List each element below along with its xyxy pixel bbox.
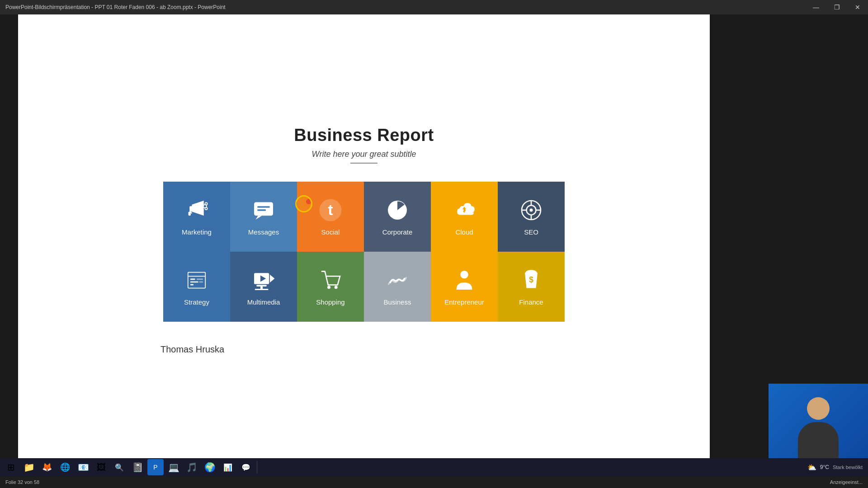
tile-entrepreneur[interactable]: Entrepreneur <box>431 252 498 322</box>
taskbar-app4[interactable]: 🌍 <box>202 459 218 475</box>
svg-text:$: $ <box>529 275 533 284</box>
slide-subtitle: Write here your great subtitle <box>311 150 416 159</box>
svg-text:t: t <box>328 201 333 218</box>
svg-marker-7 <box>256 216 262 220</box>
tray-temp: 9°C <box>820 464 829 470</box>
taskbar-photos[interactable]: 🖼 <box>93 459 109 475</box>
slide-info: Folie 32 von 58 <box>5 479 39 485</box>
svg-rect-2 <box>189 211 191 216</box>
tile-business[interactable]: Business <box>364 252 431 322</box>
cloud-icon <box>452 197 477 223</box>
tile-strategy[interactable]: Strategy <box>163 252 230 322</box>
tile-cloud-label: Cloud <box>455 228 473 236</box>
business-icon <box>385 267 410 293</box>
tile-marketing[interactable]: Marketing <box>163 182 230 252</box>
tile-strategy-label: Strategy <box>184 298 209 306</box>
taskbar-app2[interactable]: 💻 <box>165 459 182 475</box>
tile-corporate-label: Corporate <box>382 228 413 236</box>
tile-multimedia[interactable]: Multimedia <box>230 252 297 322</box>
taskbar-teams[interactable]: 💬 <box>238 459 254 475</box>
tile-seo[interactable]: SEO <box>498 182 565 252</box>
svg-point-5 <box>205 207 207 209</box>
title-bar-text: PowerPoint-Bildschirmpräsentation - PPT … <box>5 4 226 10</box>
taskbar-mail[interactable]: 📧 <box>75 459 91 475</box>
social-icon: t <box>318 197 343 223</box>
svg-point-38 <box>335 286 338 289</box>
finance-icon: $ <box>519 267 544 293</box>
svg-rect-26 <box>190 281 198 282</box>
svg-rect-29 <box>199 281 203 282</box>
svg-rect-27 <box>190 284 193 285</box>
tile-entrepreneur-label: Entrepreneur <box>444 298 484 306</box>
status-bar: Folie 32 von 58 Anzeigeeinst... <box>0 476 868 488</box>
slide-title: Business Report <box>294 126 434 145</box>
tile-social[interactable]: t Social <box>297 182 364 252</box>
title-bar-controls: — ❐ ✕ <box>806 0 868 14</box>
corporate-icon <box>385 197 410 223</box>
svg-point-41 <box>526 270 537 274</box>
webcam-person <box>769 384 868 458</box>
person-head <box>807 397 830 420</box>
tile-finance[interactable]: $ Finance <box>498 252 565 322</box>
taskbar-chrome[interactable]: 🌐 <box>57 459 73 475</box>
red-dot <box>306 199 311 204</box>
person-body <box>798 422 839 458</box>
svg-marker-31 <box>270 274 275 282</box>
svg-rect-28 <box>197 278 203 280</box>
taskbar-app1[interactable]: P <box>147 459 164 475</box>
view-info: Anzeigeeinst... <box>830 479 863 485</box>
tile-multimedia-label: Multimedia <box>247 298 280 306</box>
slide-area: Business Report Write here your great su… <box>18 14 710 465</box>
tile-messages-label: Messages <box>248 228 279 236</box>
tile-cloud[interactable]: Cloud <box>431 182 498 252</box>
subtitle-underline <box>350 163 377 164</box>
restore-button[interactable]: ❐ <box>826 0 847 14</box>
taskbar-notes[interactable]: 📓 <box>129 459 146 475</box>
svg-rect-23 <box>188 272 206 288</box>
tile-seo-label: SEO <box>524 228 538 236</box>
megaphone-icon <box>184 197 209 223</box>
svg-rect-33 <box>260 286 263 289</box>
system-tray: ⛅ 9°C Stark bewölkt <box>802 458 868 476</box>
tile-corporate[interactable]: Corporate <box>364 182 431 252</box>
taskbar: ⊞ 📁 🦊 🌐 📧 🖼 🔍 📓 P 💻 🎵 🌍 📊 💬 ⛅ 9°C Stark … <box>0 458 868 476</box>
tile-grid: Marketing Messages t Social <box>163 182 565 322</box>
taskbar-firefox[interactable]: 🦊 <box>39 459 55 475</box>
svg-rect-6 <box>254 202 273 216</box>
svg-point-12 <box>398 203 401 206</box>
tray-weather-icon: ⛅ <box>807 463 816 472</box>
tray-condition: Stark bewölkt <box>833 465 863 470</box>
taskbar-app3[interactable]: 🎵 <box>184 459 200 475</box>
seo-icon <box>519 197 544 223</box>
strategy-icon <box>184 267 209 293</box>
taskbar-search[interactable]: 🔍 <box>111 459 127 475</box>
svg-point-39 <box>460 271 468 279</box>
tile-finance-label: Finance <box>519 298 543 306</box>
tile-social-label: Social <box>321 228 340 236</box>
taskbar-separator <box>257 461 257 474</box>
message-icon <box>251 197 276 223</box>
taskbar-excel[interactable]: 📊 <box>220 459 236 475</box>
tile-business-label: Business <box>384 298 411 306</box>
tile-marketing-label: Marketing <box>182 228 212 236</box>
tile-messages[interactable]: Messages <box>230 182 297 252</box>
svg-rect-25 <box>190 278 195 280</box>
svg-rect-0 <box>189 206 193 211</box>
svg-rect-34 <box>255 289 269 290</box>
svg-point-22 <box>530 208 533 211</box>
svg-rect-9 <box>257 209 266 211</box>
svg-point-4 <box>205 202 207 205</box>
tile-shopping[interactable]: Shopping <box>297 252 364 322</box>
author-name: Thomas Hruska <box>160 344 224 354</box>
minimize-button[interactable]: — <box>806 0 826 14</box>
webcam-overlay <box>769 384 868 458</box>
multimedia-icon <box>251 267 276 293</box>
title-bar: PowerPoint-Bildschirmpräsentation - PPT … <box>0 0 868 14</box>
taskbar-start[interactable]: ⊞ <box>3 459 19 475</box>
shopping-icon <box>318 267 343 293</box>
taskbar-explorer[interactable]: 📁 <box>21 459 37 475</box>
close-button[interactable]: ✕ <box>847 0 868 14</box>
svg-rect-8 <box>257 206 270 208</box>
svg-rect-32 <box>256 285 267 286</box>
svg-point-37 <box>327 286 330 289</box>
